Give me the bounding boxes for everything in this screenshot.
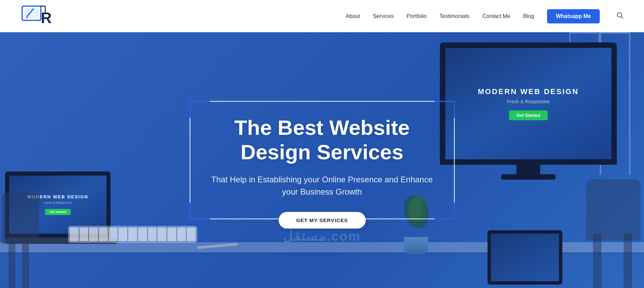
whatsapp-button[interactable]: Whatsapp Me <box>547 9 600 23</box>
hero-frame: The Best Website Design Services That He… <box>189 101 455 219</box>
monitor-subtitle: Fresh & Responsive <box>507 99 550 104</box>
monitor-base <box>501 174 556 180</box>
hero-cta-button[interactable]: GET MY SERVICES <box>279 212 366 229</box>
hero-content: The Best Website Design Services That He… <box>189 101 455 219</box>
search-icon[interactable] <box>616 13 624 20</box>
nav-links: About Services Portfolio Testimonials Co… <box>346 9 624 23</box>
keyboard <box>68 226 197 243</box>
chair-right <box>583 169 644 288</box>
frame-corner-br-v <box>454 202 455 219</box>
frame-corner-tr-v <box>454 101 455 118</box>
nav-about[interactable]: About <box>346 13 360 19</box>
nav-portfolio[interactable]: Portfolio <box>407 13 427 19</box>
frame-corner-bl-h <box>189 218 210 219</box>
frame-corner-bl-v <box>189 202 191 219</box>
nav-services[interactable]: Services <box>373 13 394 19</box>
hero-subtitle: That Help in Establishing your Online Pr… <box>211 174 433 198</box>
logo[interactable]: R <box>20 3 58 29</box>
monitor-cta: Get Started <box>509 110 548 120</box>
svg-line-8 <box>621 17 623 18</box>
chair-left <box>0 193 41 288</box>
tablet <box>488 230 562 285</box>
hero-title: The Best Website Design Services <box>211 115 433 164</box>
navbar: R About Services Portfolio Testimonials … <box>0 0 644 32</box>
nav-testimonials[interactable]: Testimonials <box>440 13 469 19</box>
nav-contact[interactable]: Contact Me <box>482 13 510 19</box>
monitor-stand <box>516 165 540 174</box>
nav-blog[interactable]: Blog <box>523 13 534 19</box>
hero-section: MODERN WEB DESIGN Fresh & Responsive Get… <box>0 32 644 288</box>
monitor-right: MODERN WEB DESIGN Fresh & Responsive Get… <box>440 42 617 180</box>
frame-corner-tl-v <box>189 101 191 118</box>
hero-cta-wrap: GET MY SERVICES <box>279 212 366 229</box>
frame-corner-br-h <box>434 218 455 219</box>
svg-text:R: R <box>41 10 52 26</box>
monitor-title: MODERN WEB DESIGN <box>478 87 579 96</box>
